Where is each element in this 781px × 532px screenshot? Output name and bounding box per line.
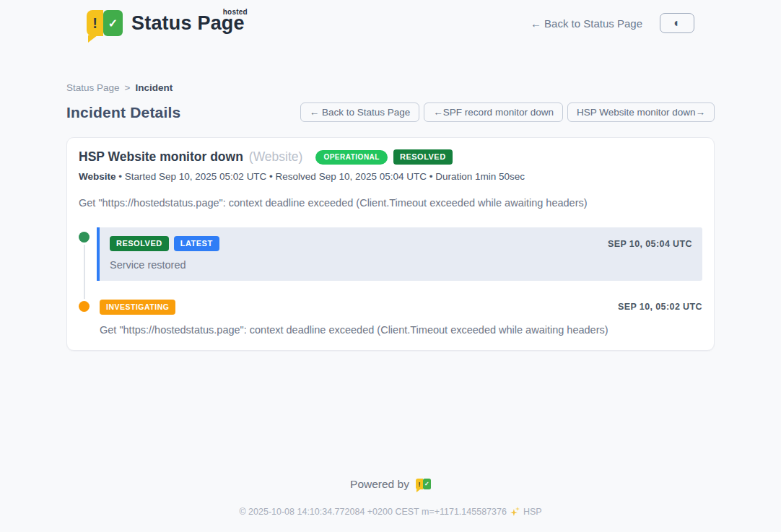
- timeline-message: Get "https://hostedstatus.page": context…: [100, 324, 702, 336]
- brand-name: Status Page hosted: [131, 12, 245, 35]
- brand-superscript: hosted: [223, 8, 248, 16]
- exclamation-glyph: !: [92, 15, 97, 32]
- sparkles-icon: [510, 507, 520, 516]
- timeline-timestamp: SEP 10, 05:04 UTC: [608, 239, 692, 249]
- footer-logo-check: ✓: [423, 479, 431, 489]
- timeline-update-header: INVESTIGATING SEP 10, 05:02 UTC: [100, 300, 702, 315]
- back-link-label: Back to Status Page: [544, 17, 642, 30]
- incident-nav-buttons: ← Back to Status Page ←SPF record monito…: [300, 103, 715, 122]
- back-to-status-page-link[interactable]: ← Back to Status Page: [531, 17, 642, 30]
- resolved-status-badge: RESOLVED: [110, 236, 169, 251]
- incident-title: HSP Website monitor down: [79, 149, 243, 165]
- status-page-logo-icon: ! ✓: [87, 10, 123, 36]
- incident-description: Get "https://hostedstatus.page": context…: [79, 197, 702, 209]
- breadcrumb-status-page[interactable]: Status Page: [66, 82, 120, 93]
- main-content: Status Page > Incident Incident Details …: [66, 82, 715, 351]
- copyright-brand: HSP: [523, 507, 542, 517]
- header: ! ✓ Status Page hosted ← Back to Status …: [66, 0, 715, 36]
- next-incident-button[interactable]: HSP Website monitor down→: [567, 103, 715, 122]
- left-arrow-icon: ←: [531, 17, 541, 30]
- investigating-dot-icon: [79, 301, 90, 312]
- prev-incident-button[interactable]: ←SPF record monitor down: [424, 103, 563, 122]
- footer-logo-tail: [416, 489, 420, 492]
- resolved-badge: RESOLVED: [393, 149, 453, 165]
- meta-details: • Started Sep 10, 2025 05:02 UTC • Resol…: [116, 171, 525, 182]
- page-title: Incident Details: [66, 104, 180, 121]
- logo-check-block: ✓: [103, 10, 123, 36]
- title-row: Incident Details ← Back to Status Page ←…: [66, 103, 715, 122]
- resolved-dot-icon: [79, 232, 90, 243]
- breadcrumb-separator: >: [125, 82, 131, 93]
- logo[interactable]: ! ✓ Status Page hosted: [87, 10, 245, 36]
- incident-meta: Website • Started Sep 10, 2025 05:02 UTC…: [79, 171, 702, 182]
- operational-badge: OPERATIONAL: [315, 150, 388, 165]
- copyright: © 2025-10-08 14:10:34.772084 +0200 CEST …: [66, 507, 715, 517]
- investigating-status-badge: INVESTIGATING: [100, 300, 175, 315]
- contrast-icon: ◐: [673, 17, 681, 29]
- timeline-update-box: INVESTIGATING SEP 10, 05:02 UTC Get "htt…: [97, 300, 702, 336]
- footer: Powered by ! ✓ © 2025-10-08 14:10:34.772…: [66, 478, 715, 517]
- breadcrumb-incident: Incident: [135, 82, 173, 93]
- check-glyph: ✓: [108, 17, 118, 30]
- status-page-app: ! ✓ Status Page hosted ← Back to Status …: [66, 0, 715, 517]
- logo-bubble-tail: [88, 35, 97, 43]
- timeline-update-header: RESOLVED LATEST SEP 10, 05:04 UTC: [110, 236, 692, 251]
- incident-component: (Website): [249, 149, 303, 165]
- timeline-update-box: RESOLVED LATEST SEP 10, 05:04 UTC Servic…: [97, 227, 702, 281]
- timeline-message: Service restored: [110, 259, 692, 271]
- header-actions: ← Back to Status Page ◐: [531, 13, 694, 33]
- logo-exclamation-block: !: [87, 10, 103, 36]
- powered-by: Powered by ! ✓: [66, 478, 715, 491]
- footer-logo-exclamation: !: [416, 479, 423, 489]
- timeline-entry-investigating: INVESTIGATING SEP 10, 05:02 UTC Get "htt…: [79, 300, 702, 336]
- breadcrumb: Status Page > Incident: [66, 82, 715, 93]
- back-to-status-page-button[interactable]: ← Back to Status Page: [300, 103, 420, 122]
- incident-card: HSP Website monitor down (Website) OPERA…: [66, 137, 715, 351]
- theme-toggle-button[interactable]: ◐: [660, 13, 694, 33]
- incident-timeline: RESOLVED LATEST SEP 10, 05:04 UTC Servic…: [79, 227, 702, 336]
- copyright-text: © 2025-10-08 14:10:34.772084 +0200 CEST …: [239, 507, 507, 517]
- timeline-connector-line: [84, 245, 85, 300]
- incident-title-row: HSP Website monitor down (Website) OPERA…: [79, 149, 702, 165]
- footer-logo-icon[interactable]: ! ✓: [416, 479, 431, 489]
- meta-component: Website: [79, 171, 116, 182]
- timeline-entry-resolved: RESOLVED LATEST SEP 10, 05:04 UTC Servic…: [79, 227, 702, 281]
- timeline-timestamp: SEP 10, 05:02 UTC: [618, 302, 702, 312]
- powered-by-label: Powered by: [350, 478, 409, 491]
- latest-badge: LATEST: [174, 236, 219, 251]
